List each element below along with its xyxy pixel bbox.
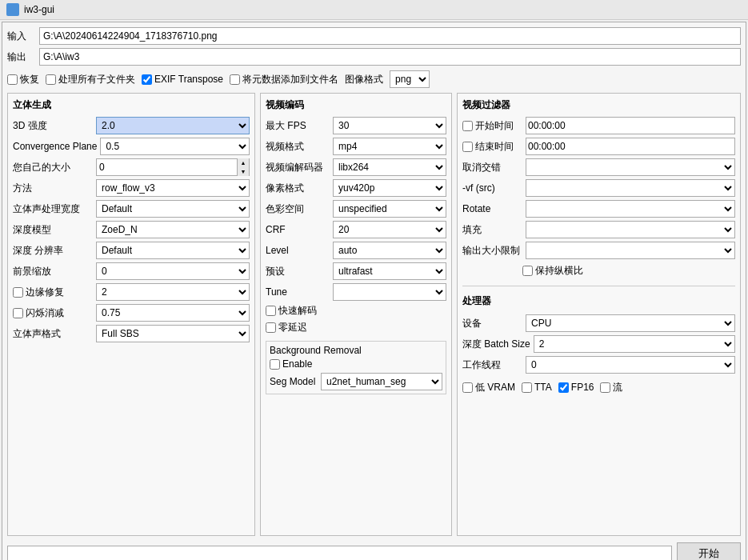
own-size-row: 您自己的大小 ▲ ▼ — [13, 158, 250, 176]
tta-label: TTA — [534, 382, 552, 393]
start-button[interactable]: 开始 — [677, 542, 741, 560]
exif-checkbox-label[interactable]: EXIF Transpose — [142, 74, 223, 85]
mid-panel: 视频编码 最大 FPS 302460 视频格式 mp4mkvavi 视频编解码器… — [260, 93, 452, 536]
output-size-row: 输出大小限制 — [462, 242, 735, 259]
input-path[interactable] — [39, 27, 741, 45]
restore-checkbox[interactable] — [7, 74, 18, 85]
spinbox-up-btn[interactable]: ▲ — [238, 158, 249, 167]
end-time-checkbox[interactable] — [462, 142, 473, 152]
depth-res-select[interactable]: Default512384 — [96, 242, 250, 259]
restore-checkbox-label[interactable]: 恢复 — [7, 73, 39, 86]
edge-repair-select[interactable]: 213 — [96, 283, 250, 301]
end-time-checkbox-label[interactable]: 结束时间 — [462, 140, 522, 154]
tune-select[interactable]: filmanimationgrain — [333, 283, 446, 301]
stream-checkbox[interactable] — [600, 382, 610, 393]
stereo-width-select[interactable]: Default19201280 — [96, 200, 250, 218]
pixel-format-row: 像素格式 yuv420pyuv444p — [266, 179, 446, 197]
output-size-select[interactable] — [526, 242, 735, 259]
start-time-label: 开始时间 — [475, 119, 514, 133]
3d-strength-select[interactable]: 2.01.03.04.05.0 — [96, 117, 250, 134]
metadata-checkbox[interactable] — [230, 74, 240, 85]
low-vram-checkbox[interactable] — [462, 382, 473, 393]
start-time-row: 开始时间 — [462, 117, 735, 134]
stereo-format-select[interactable]: Full SBSHalf SBSAnaglyphVR — [96, 325, 250, 342]
tta-checkbox-label[interactable]: TTA — [522, 382, 552, 393]
fill-select[interactable] — [526, 221, 735, 238]
rotate-select[interactable]: 90180270 — [526, 200, 735, 218]
flicker-checkbox-label[interactable]: 闪烁消减 — [13, 306, 93, 320]
stereo-width-label: 立体声处理宽度 — [13, 202, 93, 216]
worker-threads-select[interactable]: 0124 — [526, 356, 735, 374]
seg-model-select[interactable]: u2net_human_segu2netsilueta — [321, 373, 442, 390]
color-space-select[interactable]: unspecifiedbt709 — [333, 200, 446, 218]
vf-src-select[interactable] — [526, 179, 735, 197]
convergence-plane-select[interactable]: 0.50.01.0 — [100, 138, 250, 155]
stereo-width-row: 立体声处理宽度 Default19201280 — [13, 200, 250, 218]
subfolders-checkbox[interactable] — [46, 74, 56, 85]
spinbox-down-btn[interactable]: ▼ — [238, 167, 249, 176]
device-select[interactable]: CPUCUDA:0CUDA:1 — [526, 314, 735, 332]
video-codec-select[interactable]: libx264libx265h264_nvenc — [333, 158, 446, 176]
zero-latency-checkbox[interactable] — [266, 322, 276, 333]
exif-checkbox[interactable] — [142, 74, 152, 85]
preset-select[interactable]: ultrafastsuperfastveryfastfasterfastmedi… — [333, 262, 446, 280]
subfolders-checkbox-label[interactable]: 处理所有子文件夹 — [46, 73, 135, 86]
deinterlace-select[interactable]: yadifbwdif — [526, 158, 735, 176]
output-row: 输出 — [7, 48, 741, 66]
input-row: 输入 — [7, 27, 741, 45]
metadata-checkbox-label[interactable]: 将元数据添加到文件名 — [230, 73, 338, 86]
fg-scale-select[interactable]: 012 — [96, 262, 250, 280]
depth-res-row: 深度 分辨率 Default512384 — [13, 242, 250, 259]
low-vram-label: 低 VRAM — [475, 381, 515, 394]
depth-model-label: 深度模型 — [13, 223, 93, 237]
image-format-select[interactable]: png jpg bmp tiff — [390, 70, 430, 88]
start-time-input[interactable] — [526, 117, 735, 134]
batch-size-select[interactable]: 2148 — [534, 335, 735, 353]
seg-model-label: Seg Model — [270, 376, 318, 387]
worker-threads-row: 工作线程 0124 — [462, 356, 735, 374]
flicker-checkbox[interactable] — [13, 308, 23, 318]
worker-threads-label: 工作线程 — [462, 358, 522, 372]
own-size-input[interactable] — [97, 159, 237, 175]
max-fps-select[interactable]: 302460 — [333, 117, 446, 134]
end-time-row: 结束时间 — [462, 138, 735, 155]
preset-row: 预设 ultrafastsuperfastveryfastfasterfastm… — [266, 262, 446, 280]
fg-scale-label: 前景缩放 — [13, 265, 93, 278]
color-space-row: 色彩空间 unspecifiedbt709 — [266, 200, 446, 218]
device-label: 设备 — [462, 317, 522, 330]
edge-repair-checkbox[interactable] — [13, 287, 23, 298]
stream-checkbox-label[interactable]: 流 — [600, 381, 622, 394]
tta-checkbox[interactable] — [522, 382, 532, 393]
keep-aspect-checkbox[interactable] — [522, 266, 533, 276]
batch-size-row: 深度 Batch Size 2148 — [462, 335, 735, 353]
bg-removal-enable-row: Enable — [270, 358, 442, 370]
edge-repair-label: 边缘修复 — [26, 286, 64, 299]
low-vram-checkbox-label[interactable]: 低 VRAM — [462, 381, 515, 394]
start-time-checkbox-label[interactable]: 开始时间 — [462, 119, 522, 133]
method-select[interactable]: row_flow_v3row_flow_v2 — [96, 179, 250, 197]
panels-row: 立体生成 3D 强度 2.01.03.04.05.0 Convergence P… — [7, 93, 741, 536]
edge-repair-checkbox-label[interactable]: 边缘修复 — [13, 286, 93, 299]
own-size-spinbox[interactable]: ▲ ▼ — [96, 158, 250, 176]
crf-select[interactable]: 20182328 — [333, 221, 446, 238]
progress-bar-bg — [7, 546, 672, 560]
3d-strength-label: 3D 强度 — [13, 119, 93, 133]
level-select[interactable]: auto4.04.15.0 — [333, 242, 446, 259]
depth-model-select[interactable]: ZoeD_NZoeD_NKDPT_Large — [96, 221, 250, 238]
mid-panel-title: 视频编码 — [266, 98, 446, 112]
left-panel-title: 立体生成 — [13, 98, 250, 112]
flicker-select[interactable]: 0.750.51.0 — [96, 304, 250, 322]
bg-removal-enable-checkbox[interactable] — [270, 359, 280, 370]
fast-decode-checkbox[interactable] — [266, 306, 276, 316]
pixel-format-select[interactable]: yuv420pyuv444p — [333, 179, 446, 197]
3d-strength-row: 3D 强度 2.01.03.04.05.0 — [13, 117, 250, 134]
end-time-input[interactable] — [526, 138, 735, 155]
output-path[interactable] — [39, 48, 741, 66]
video-format-select[interactable]: mp4mkvavi — [333, 138, 446, 155]
tune-row: Tune filmanimationgrain — [266, 283, 446, 301]
fp16-checkbox[interactable] — [558, 382, 569, 393]
rotate-row: Rotate 90180270 — [462, 200, 735, 218]
processor-checkboxes-row: 低 VRAM TTA FP16 流 — [462, 378, 735, 396]
start-time-checkbox[interactable] — [462, 121, 473, 131]
fp16-checkbox-label[interactable]: FP16 — [558, 382, 594, 393]
